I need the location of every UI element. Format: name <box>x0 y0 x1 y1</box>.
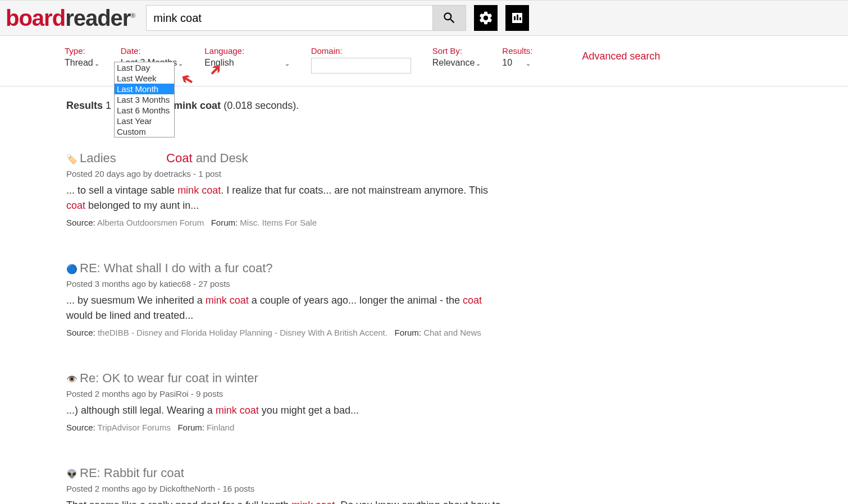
result-meta: Posted 3 months ago by katiec68 - 27 pos… <box>66 279 504 288</box>
author-link[interactable]: katiec68 <box>159 279 191 288</box>
filter-language-select[interactable]: English⌄ <box>204 58 289 68</box>
advanced-search-link[interactable]: Advanced search <box>582 51 660 74</box>
date-option[interactable]: Last 3 Months <box>115 94 174 105</box>
filter-results: Results: 10⌄ <box>502 46 532 74</box>
search-result: 👁️Re: OK to wear fur coat in winter Post… <box>66 371 504 432</box>
stats-button[interactable] <box>505 5 529 31</box>
result-title[interactable]: 🔵RE: What shall I do with a fur coat? <box>66 261 504 276</box>
caret-icon: ⌄ <box>285 60 290 67</box>
source-icon: 👽 <box>66 469 77 479</box>
result-source: Source: Alberta Outdoorsmen Forum Forum:… <box>66 218 504 227</box>
search-result: 🔵RE: What shall I do with a fur coat? Po… <box>66 261 504 337</box>
filter-type-select[interactable]: Thread⌄ <box>65 58 99 68</box>
caret-icon: ⌄ <box>94 60 99 67</box>
source-link[interactable]: TripAdvisor Forums <box>98 423 171 432</box>
date-option[interactable]: Last Day <box>115 62 174 73</box>
source-icon: 👁️ <box>66 374 77 384</box>
caret-icon: ⌄ <box>178 60 183 67</box>
author-link[interactable]: PasiRoi <box>159 389 189 398</box>
result-snippet: ... to sell a vintage sable mink coat. I… <box>66 183 504 213</box>
results-summary: Results 1 - xxxxxxxxxx mink coat (0.018 … <box>66 100 848 112</box>
logo[interactable]: boardreader® <box>6 6 135 31</box>
source-link[interactable]: Alberta Outdoorsmen Forum <box>97 218 204 227</box>
search-button[interactable] <box>432 5 466 31</box>
search-result: 🏷️Ladies xxxxxxx Coat and Desk Posted 20… <box>66 151 504 227</box>
author-link[interactable]: DickoftheNorth <box>159 484 215 493</box>
result-title[interactable]: 👽RE: Rabbit fur coat <box>66 466 504 480</box>
result-title[interactable]: 👁️Re: OK to wear fur coat in winter <box>66 371 504 386</box>
result-snippet: That seems like a really good deal for a… <box>66 498 504 504</box>
bar-chart-icon <box>510 11 524 25</box>
filter-sort: Sort By: Relevance⌄ <box>432 46 481 74</box>
filter-type: Type: Thread⌄ <box>65 46 99 74</box>
date-option[interactable]: Last Month <box>115 84 174 94</box>
forum-link[interactable]: Chat and News <box>423 328 481 337</box>
date-option[interactable]: Custom <box>115 126 174 137</box>
caret-icon: ⌄ <box>526 60 531 67</box>
caret-icon: ⌄ <box>476 60 481 67</box>
search-container <box>146 5 529 31</box>
search-input[interactable] <box>146 5 432 31</box>
result-source: Source: theDIBB - Disney and Florida Hol… <box>66 328 504 337</box>
author-link[interactable]: doetracks <box>154 169 191 178</box>
filters-bar: Type: Thread⌄ Date: Last 3 Months⌄ Langu… <box>0 36 848 74</box>
filter-domain: Domain: <box>311 46 411 74</box>
result-meta: Posted 2 months ago by DickoftheNorth - … <box>66 484 504 493</box>
source-icon: 🔵 <box>66 264 77 274</box>
header: boardreader® <box>0 0 848 36</box>
result-source: Source: TripAdvisor Forums Forum: Finlan… <box>66 423 504 432</box>
date-option[interactable]: Last 6 Months <box>115 105 174 116</box>
source-icon: 🏷️ <box>66 154 77 164</box>
filter-sort-select[interactable]: Relevance⌄ <box>432 58 481 68</box>
search-icon <box>442 11 457 25</box>
domain-input[interactable] <box>311 58 411 74</box>
result-title[interactable]: 🏷️Ladies xxxxxxx Coat and Desk <box>66 151 504 166</box>
date-dropdown: Last DayLast WeekLast MonthLast 3 Months… <box>114 62 175 138</box>
filter-results-select[interactable]: 10⌄ <box>502 58 531 68</box>
date-option[interactable]: Last Week <box>115 73 174 84</box>
result-snippet: ...) although still legal. Wearing a min… <box>66 403 504 418</box>
settings-button[interactable] <box>474 5 498 31</box>
forum-link[interactable]: Finland <box>207 423 234 432</box>
filter-language: Language: English⌄ <box>204 46 289 74</box>
gear-icon <box>478 10 494 26</box>
search-result: 👽RE: Rabbit fur coat Posted 2 months ago… <box>66 466 504 504</box>
source-link[interactable]: theDIBB - Disney and Florida Holiday Pla… <box>98 328 387 337</box>
date-option[interactable]: Last Year <box>115 116 174 126</box>
result-meta: Posted 20 days ago by doetracks - 1 post <box>66 169 504 178</box>
result-snippet: ... by suesmum We inherited a mink coat … <box>66 293 504 323</box>
forum-link[interactable]: Misc. Items For Sale <box>240 218 317 227</box>
result-meta: Posted 2 months ago by PasiRoi - 9 posts <box>66 389 504 398</box>
